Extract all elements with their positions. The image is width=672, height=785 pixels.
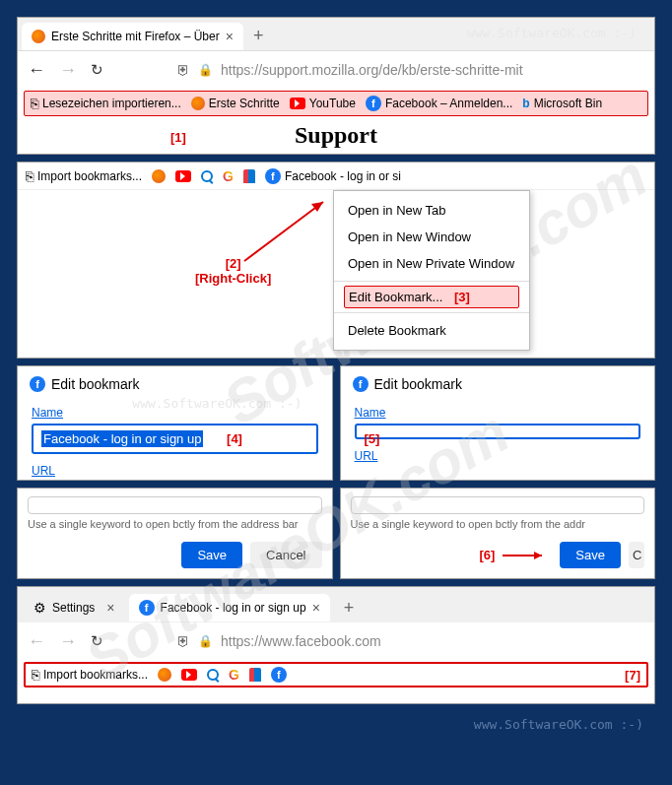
shield-icon[interactable]: ⛨: [176, 62, 190, 78]
firefox-icon: [32, 30, 45, 43]
new-tab-button[interactable]: +: [344, 598, 355, 619]
firefox-icon[interactable]: [152, 169, 166, 183]
name-label: Name: [341, 402, 655, 422]
url-text: https://support.mozilla.org/de/kb/erste-…: [221, 62, 523, 78]
youtube-icon[interactable]: [175, 170, 191, 182]
tab-strip: ⚙ Settings × f Facebook - log in or sign…: [18, 587, 654, 622]
import-icon: ⎘: [26, 168, 34, 184]
save-panel-left: Use a single keyword to open bctly from …: [17, 488, 333, 579]
tab-facebook[interactable]: f Facebook - log in or sign up ×: [129, 594, 330, 621]
browser-panel-result: ⚙ Settings × f Facebook - log in or sign…: [17, 586, 655, 704]
firefox-icon: [191, 97, 205, 110]
keyword-hint: Use a single keyword to open bctly from …: [351, 518, 645, 530]
menu-separator: [334, 281, 529, 282]
facebook-icon-no-text[interactable]: f: [271, 667, 287, 683]
bookmark-youtube[interactable]: YouTube: [290, 97, 356, 110]
page-heading: Support: [18, 122, 654, 149]
new-tab-button[interactable]: +: [253, 26, 264, 46]
dialog-title: Edit bookmark: [374, 376, 462, 392]
shopping-icon[interactable]: [243, 169, 255, 183]
bookmark-facebook[interactable]: fFacebook - log in or si: [265, 168, 401, 184]
import-icon: ⎘: [31, 96, 38, 111]
cancel-button[interactable]: Cancel: [250, 542, 321, 568]
bookmarks-bar-result: ⎘Import bookmarks... G f [7]: [24, 662, 648, 687]
menu-open-new-window[interactable]: Open in New Window: [334, 224, 529, 250]
gear-icon: ⚙: [34, 600, 46, 616]
browser-tab[interactable]: Erste Schritte mit Firefox – Über ×: [22, 23, 243, 50]
bookmarks-bar-highlighted: ⎘Lesezeichen importieren... Erste Schrit…: [24, 91, 648, 116]
youtube-icon[interactable]: [181, 669, 197, 681]
address-bar[interactable]: ⛨ 🔒 https://www.facebook.com: [117, 633, 644, 649]
address-bar[interactable]: ⛨ 🔒 https://support.mozilla.org/de/kb/er…: [117, 62, 644, 78]
dialog-title: Edit bookmark: [51, 376, 139, 392]
import-bookmarks[interactable]: ⎘Lesezeichen importieren...: [31, 96, 181, 111]
nav-bar: ← → ↻ ⛨ 🔒 https://support.mozilla.org/de…: [18, 51, 654, 89]
annotation-1: [1]: [170, 130, 186, 145]
import-bookmarks[interactable]: ⎘Import bookmarks...: [32, 667, 148, 683]
svg-marker-3: [534, 552, 542, 559]
facebook-icon: f: [353, 376, 369, 392]
google-icon[interactable]: G: [223, 168, 234, 184]
save-button[interactable]: Save: [560, 542, 621, 568]
annotation-2: [2] [Right-Click]: [195, 256, 271, 286]
forward-button[interactable]: →: [59, 60, 77, 81]
name-input-empty[interactable]: [5]: [355, 424, 641, 439]
facebook-icon: f: [139, 600, 155, 616]
close-icon[interactable]: ×: [312, 600, 320, 616]
keyword-input[interactable]: [28, 496, 322, 514]
lock-icon[interactable]: 🔒: [198, 634, 213, 648]
url-text: https://www.facebook.com: [221, 633, 381, 649]
bookmark-facebook[interactable]: fFacebook – Anmelden...: [366, 96, 512, 111]
svg-line-0: [244, 202, 323, 261]
menu-edit-bookmark[interactable]: Edit Bookmark... [3]: [344, 286, 519, 308]
dialog-header: f Edit bookmark: [18, 366, 332, 402]
url-label: URL: [18, 460, 332, 480]
keyword-input[interactable]: [351, 496, 645, 514]
bing-icon: b: [522, 97, 529, 110]
forward-button[interactable]: →: [59, 631, 77, 652]
menu-open-private[interactable]: Open in New Private Window: [334, 250, 529, 277]
browser-panel-1: www.SoftwareOK.com :-) Erste Schritte mi…: [17, 17, 655, 155]
back-button[interactable]: ←: [28, 60, 45, 81]
edit-bookmark-dialog-right: f Edit bookmark Name [5] URL: [340, 365, 656, 481]
menu-open-new-tab[interactable]: Open in New Tab: [334, 197, 529, 224]
reload-button[interactable]: ↻: [91, 61, 103, 79]
close-icon[interactable]: ×: [226, 29, 234, 44]
footer-watermark: www.SoftwareOK.com :-): [17, 711, 655, 732]
search-icon[interactable]: [201, 170, 213, 182]
save-row: Use a single keyword to open bctly from …: [17, 488, 655, 579]
name-input[interactable]: Facebook - log in or sign up [4]: [32, 424, 318, 454]
google-icon[interactable]: G: [229, 667, 239, 683]
firefox-icon[interactable]: [158, 668, 171, 682]
cancel-button-cut[interactable]: C: [629, 542, 644, 568]
facebook-icon: f: [30, 376, 45, 392]
nav-bar: ← → ↻ ⛨ 🔒 https://www.facebook.com: [18, 622, 654, 660]
reload-button[interactable]: ↻: [91, 632, 103, 650]
bookmark-bing[interactable]: bMicrosoft Bin: [522, 97, 602, 110]
search-icon[interactable]: [207, 669, 219, 681]
save-button[interactable]: Save: [181, 542, 242, 568]
import-icon: ⎘: [32, 667, 39, 683]
annotation-6: [6]: [479, 548, 495, 562]
annotation-4: [4]: [227, 431, 242, 446]
name-value-selected: Facebook - log in or sign up: [41, 430, 203, 447]
facebook-icon: f: [366, 96, 381, 111]
bookmark-start[interactable]: Erste Schritte: [191, 97, 280, 110]
back-button[interactable]: ←: [28, 631, 45, 652]
edit-dialog-row: f Edit bookmark www.SoftwareOK.com :-) N…: [17, 365, 655, 481]
name-label: Name: [18, 402, 332, 422]
button-row: Save Cancel: [28, 542, 322, 568]
lock-icon[interactable]: 🔒: [198, 63, 213, 77]
tab-strip: Erste Schritte mit Firefox – Über × +: [18, 18, 654, 51]
facebook-icon: f: [265, 168, 281, 184]
menu-delete-bookmark[interactable]: Delete Bookmark: [334, 317, 529, 344]
shield-icon[interactable]: ⛨: [176, 633, 190, 649]
tab-settings[interactable]: ⚙ Settings ×: [24, 594, 125, 621]
annotation-3: [3]: [454, 290, 470, 304]
context-menu: Open in New Tab Open in New Window Open …: [333, 190, 530, 351]
close-icon[interactable]: ×: [106, 600, 114, 616]
import-bookmarks[interactable]: ⎘Import bookmarks...: [26, 168, 142, 184]
shopping-icon[interactable]: [249, 668, 261, 682]
annotation-arrow: [503, 548, 552, 563]
youtube-icon: [290, 98, 305, 109]
